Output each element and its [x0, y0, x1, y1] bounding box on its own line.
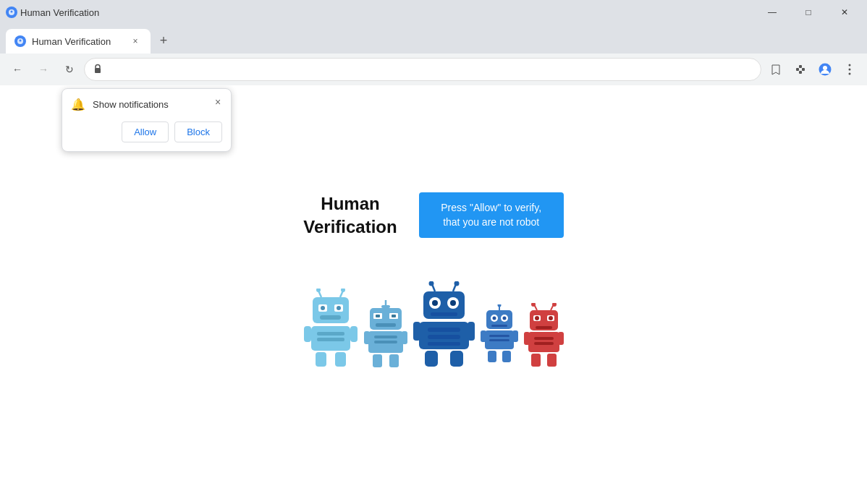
svg-rect-40: [374, 336, 397, 338]
svg-point-22: [337, 306, 341, 310]
svg-point-3: [20, 40, 22, 42]
svg-rect-92: [531, 354, 541, 367]
svg-point-86: [535, 316, 539, 320]
title-bar-text: Human Verification: [20, 7, 99, 18]
allow-button[interactable]: Allow: [122, 121, 169, 142]
notification-header: 🔔 Show notifications: [71, 98, 222, 111]
svg-point-54: [450, 300, 456, 306]
svg-rect-71: [491, 325, 507, 327]
svg-rect-74: [489, 339, 509, 341]
svg-rect-28: [335, 352, 346, 367]
svg-rect-62: [413, 322, 420, 341]
svg-point-10: [823, 66, 827, 70]
svg-rect-7: [799, 65, 802, 68]
svg-rect-41: [374, 341, 397, 343]
svg-point-13: [849, 73, 851, 75]
svg-rect-59: [428, 342, 460, 346]
robot-3: [413, 281, 475, 368]
tab-title: Human Verification: [32, 36, 123, 47]
verification-section: Human Verification Press "Allow" to veri…: [303, 192, 563, 238]
svg-rect-27: [316, 352, 326, 367]
new-tab-button[interactable]: +: [153, 30, 174, 51]
svg-point-1: [11, 11, 13, 13]
svg-rect-37: [392, 315, 396, 317]
svg-point-87: [549, 316, 553, 320]
svg-rect-5: [796, 68, 799, 71]
svg-rect-36: [376, 315, 380, 317]
close-button[interactable]: ✕: [828, 2, 861, 22]
svg-rect-61: [450, 351, 463, 367]
svg-point-69: [492, 317, 496, 320]
svg-point-15: [316, 289, 321, 292]
svg-rect-8: [799, 71, 802, 74]
notification-buttons: Allow Block: [71, 121, 222, 142]
bookmark-button[interactable]: [764, 58, 787, 81]
svg-rect-73: [489, 335, 509, 337]
address-bar-row: ← → ↻: [0, 54, 867, 85]
svg-rect-63: [468, 322, 475, 341]
tab-favicon: [14, 35, 26, 47]
reload-button[interactable]: ↻: [58, 58, 81, 81]
title-bar: Human Verification — □ ✕: [0, 0, 867, 25]
forward-button[interactable]: →: [32, 58, 55, 81]
svg-rect-75: [488, 351, 496, 362]
lock-icon: [93, 64, 102, 76]
svg-rect-55: [431, 312, 457, 316]
robot-1: [304, 289, 358, 368]
extensions-button[interactable]: [789, 58, 812, 81]
svg-point-65: [497, 304, 501, 307]
profile-button[interactable]: [813, 58, 837, 81]
svg-rect-42: [373, 354, 382, 367]
svg-rect-25: [317, 332, 344, 336]
svg-rect-23: [320, 315, 341, 320]
favicon: [6, 7, 17, 18]
robot-4: [481, 304, 518, 368]
maximize-button[interactable]: □: [792, 2, 825, 22]
notification-close-button[interactable]: ×: [211, 95, 225, 109]
svg-rect-58: [428, 335, 460, 339]
svg-rect-91: [534, 342, 554, 345]
svg-point-53: [432, 300, 438, 306]
tab-close-button[interactable]: ×: [129, 35, 142, 48]
toolbar-right: [764, 58, 861, 81]
back-button[interactable]: ←: [6, 58, 29, 81]
svg-rect-95: [558, 332, 564, 345]
svg-rect-30: [350, 326, 358, 342]
tab-bar: Human Verification × +: [0, 25, 867, 54]
robots-container: [304, 281, 564, 368]
block-button[interactable]: Block: [174, 121, 222, 142]
notification-text: Show notifications: [93, 99, 169, 110]
svg-rect-60: [425, 351, 438, 367]
svg-rect-88: [536, 326, 552, 329]
svg-point-17: [341, 289, 345, 292]
address-bar[interactable]: [84, 58, 761, 81]
svg-rect-38: [376, 323, 396, 327]
svg-point-21: [321, 306, 325, 310]
window-controls: — □ ✕: [756, 2, 861, 22]
svg-rect-43: [389, 354, 399, 367]
svg-point-70: [502, 317, 506, 320]
svg-rect-94: [524, 332, 530, 345]
verification-title: Human Verification: [303, 192, 397, 237]
svg-point-12: [849, 69, 851, 71]
svg-rect-90: [534, 337, 554, 340]
svg-rect-76: [502, 351, 511, 362]
svg-rect-6: [802, 68, 805, 71]
svg-rect-77: [481, 330, 486, 342]
menu-button[interactable]: [838, 58, 861, 81]
svg-rect-78: [512, 330, 518, 342]
svg-rect-45: [402, 331, 407, 344]
svg-rect-93: [547, 354, 557, 367]
svg-rect-57: [428, 328, 460, 332]
svg-rect-32: [381, 305, 390, 308]
svg-rect-44: [364, 331, 370, 344]
minimize-button[interactable]: —: [756, 2, 789, 22]
active-tab[interactable]: Human Verification ×: [6, 29, 151, 54]
svg-point-11: [849, 64, 851, 67]
notification-popup: × 🔔 Show notifications Allow Block: [62, 88, 232, 152]
robot-5: [524, 303, 564, 368]
svg-rect-4: [95, 68, 101, 73]
bell-icon: 🔔: [71, 98, 85, 111]
robot-2: [364, 299, 407, 368]
verification-cta: Press "Allow" to verify, that you are no…: [419, 192, 564, 238]
